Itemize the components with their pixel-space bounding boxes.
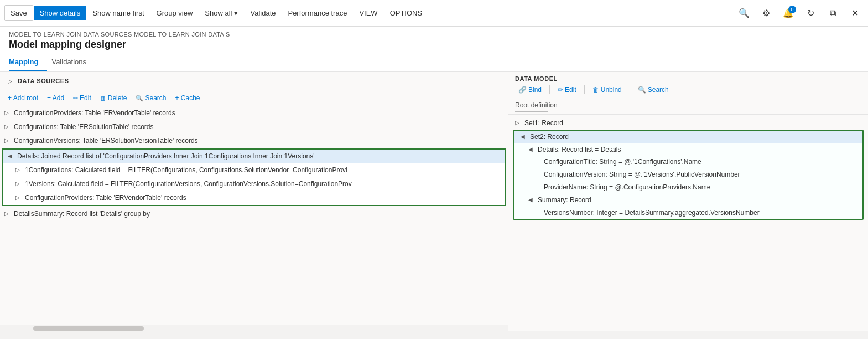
cache-button[interactable]: + Cache xyxy=(171,93,203,104)
left-panel: ▷ DATA SOURCES + Add root + Add ✏ Edit 🗑… xyxy=(0,72,508,331)
close-button[interactable]: ✕ xyxy=(846,4,864,22)
data-model-label: DATA MODEL xyxy=(515,75,861,82)
edit-dm-button[interactable]: ✏ Edit xyxy=(554,84,580,95)
expand-icon: ▷ xyxy=(15,194,23,202)
tree-item-text: 1Versions: Calculated field = FILTER(Con… xyxy=(25,179,500,189)
tree-item-text: Configurations: Table 'ERSolutionTable' … xyxy=(14,122,503,132)
link-icon: 🔗 xyxy=(518,86,527,94)
scrollbar-thumb[interactable] xyxy=(33,326,144,331)
separator xyxy=(630,85,630,94)
main-toolbar: Save Show details Show name first Group … xyxy=(0,0,868,27)
tree-item-config-providers-child[interactable]: ▷ ConfigurationProviders: Table 'ERVendo… xyxy=(11,191,505,205)
tree-item-text: Set2: Record xyxy=(530,132,569,142)
tree-item-text: DetailsSummary: Record list 'Details' gr… xyxy=(14,209,503,219)
collapse-icon: ◀ xyxy=(521,133,528,141)
main-content: ▷ DATA SOURCES + Add root + Add ✏ Edit 🗑… xyxy=(0,72,868,331)
root-definition: Root definition xyxy=(508,99,868,115)
page-title: Model mapping designer xyxy=(9,39,859,50)
dm-tree-item-set2[interactable]: ◀ Set2: Record xyxy=(514,131,862,143)
pencil-icon: ✏ xyxy=(73,95,78,102)
search-button[interactable]: 🔍 xyxy=(735,4,753,22)
unbind-button[interactable]: 🗑 Unbind xyxy=(589,84,625,95)
tree-item-text: VersionsNumber: Integer = DetailsSummary… xyxy=(544,208,760,218)
expand-icon: ▷ xyxy=(4,210,12,218)
tree-item-text: Set1: Record xyxy=(524,119,563,128)
expand-icon: ▷ xyxy=(4,109,12,117)
tree-item-text: 1Configurations: Calculated field = FILT… xyxy=(25,166,500,175)
tree-item-details-summary[interactable]: ▷ DetailsSummary: Record list 'Details' … xyxy=(0,207,508,221)
group-view-button[interactable]: Group view xyxy=(151,6,199,20)
collapse-icon: ◀ xyxy=(528,146,536,153)
view-button[interactable]: VIEW xyxy=(354,6,383,20)
dm-tree-item-provider-name[interactable]: ProviderName: String = @.ConfigurationPr… xyxy=(514,181,862,194)
data-model-tree: ▷ Set1: Record ◀ Set2: Record ◀ Details:… xyxy=(508,115,868,331)
add-button[interactable]: + Add xyxy=(44,93,67,104)
show-name-first-button[interactable]: Show name first xyxy=(87,6,149,20)
expand-icon: ▷ xyxy=(4,123,12,131)
edit-button[interactable]: ✏ Edit xyxy=(70,93,95,104)
data-sources-label: DATA SOURCES xyxy=(18,78,69,84)
separator xyxy=(549,85,550,94)
tree-item-configurations[interactable]: ▷ Configurations: Table 'ERSolutionTable… xyxy=(0,120,508,134)
expand-icon: ▷ xyxy=(15,166,23,174)
tree-item-text: ConfigurationVersions: Table 'ERSolution… xyxy=(14,136,503,146)
right-panel-highlighted-box: ◀ Set2: Record ◀ Details: Record list = … xyxy=(513,130,864,220)
tab-bar: Mapping Validations xyxy=(0,53,868,72)
separator xyxy=(584,85,585,94)
add-root-button[interactable]: + Add root xyxy=(4,93,41,104)
dm-tree-item-summary[interactable]: ◀ Summary: Record xyxy=(514,194,862,207)
page-header: MODEL TO LEARN JOIN DATA SOURCES MODEL T… xyxy=(0,27,868,53)
expand-icon: ▷ xyxy=(4,137,12,145)
notification-count: 0 xyxy=(788,6,796,13)
chevron-down-icon: ▾ xyxy=(234,9,238,17)
dm-tree-item-config-version[interactable]: ConfigurationVersion: String = @.'1Versi… xyxy=(514,168,862,181)
settings-icon-button[interactable]: ⚙ xyxy=(757,4,775,22)
tree-item-configuration-providers[interactable]: ▷ ConfigurationProviders: Table 'ERVendo… xyxy=(0,106,508,120)
bind-button[interactable]: 🔗 Bind xyxy=(515,84,545,95)
pencil-icon: ✏ xyxy=(558,86,563,94)
refresh-button[interactable]: ↻ xyxy=(802,4,819,22)
data-sources-toolbar: + Add root + Add ✏ Edit 🗑 Delete 🔍 Searc… xyxy=(0,90,508,106)
tree-item-text: ProviderName: String = @.ConfigurationPr… xyxy=(544,183,710,192)
options-button[interactable]: OPTIONS xyxy=(384,6,428,20)
save-button[interactable]: Save xyxy=(4,5,33,21)
trash-icon: 🗑 xyxy=(592,86,599,94)
trash-icon: 🗑 xyxy=(100,95,106,101)
restore-button[interactable]: ⧉ xyxy=(824,4,841,22)
tree-item-1configurations[interactable]: ▷ 1Configurations: Calculated field = FI… xyxy=(11,163,505,177)
collapse-icon: ◀ xyxy=(528,196,536,204)
tree-item-text: Details: Record list = Details xyxy=(538,145,621,155)
dm-tree-item-set1[interactable]: ▷ Set1: Record xyxy=(508,117,868,130)
data-model-toolbar: 🔗 Bind ✏ Edit 🗑 Unbind 🔍 Search xyxy=(515,84,861,95)
search-icon: 🔍 xyxy=(136,95,143,102)
dm-tree-item-details[interactable]: ◀ Details: Record list = Details xyxy=(514,143,862,156)
search-ds-button[interactable]: 🔍 Search xyxy=(132,93,169,104)
tab-mapping[interactable]: Mapping xyxy=(9,53,47,71)
tree-item-text: ConfigurationVersion: String = @.'1Versi… xyxy=(544,170,740,179)
tree-item-text: ConfigurationTitle: String = @.'1Configu… xyxy=(544,157,701,167)
tree-item-details[interactable]: ◀ Details: Joined Record list of 'Config… xyxy=(3,150,505,163)
search-icon: 🔍 xyxy=(638,86,646,94)
breadcrumb: MODEL TO LEARN JOIN DATA SOURCES MODEL T… xyxy=(9,31,859,38)
notification-badge: 🔔 0 xyxy=(779,4,797,22)
data-sources-header: ▷ DATA SOURCES xyxy=(0,72,508,90)
data-model-header: DATA MODEL 🔗 Bind ✏ Edit 🗑 Unbind xyxy=(508,72,868,99)
dm-tree-item-config-title[interactable]: ConfigurationTitle: String = @.'1Configu… xyxy=(514,156,862,168)
expand-icon: ▷ xyxy=(15,180,23,188)
show-details-button[interactable]: Show details xyxy=(34,6,86,20)
show-all-button[interactable]: Show all ▾ xyxy=(199,6,243,20)
tree-item-configuration-versions[interactable]: ▷ ConfigurationVersions: Table 'ERSoluti… xyxy=(0,134,508,148)
search-dm-button[interactable]: 🔍 Search xyxy=(635,84,672,95)
validate-button[interactable]: Validate xyxy=(245,6,281,20)
tree-item-1versions[interactable]: ▷ 1Versions: Calculated field = FILTER(C… xyxy=(11,177,505,191)
horizontal-scrollbar[interactable] xyxy=(0,325,508,331)
right-panel: DATA MODEL 🔗 Bind ✏ Edit 🗑 Unbind xyxy=(508,72,868,331)
collapse-icon: ◀ xyxy=(8,152,15,160)
dm-tree-item-versions-number[interactable]: VersionsNumber: Integer = DetailsSummary… xyxy=(514,207,862,219)
data-sources-tree: ▷ ConfigurationProviders: Table 'ERVendo… xyxy=(0,106,508,325)
data-sources-expand[interactable]: ▷ xyxy=(4,75,15,86)
performance-trace-button[interactable]: Performance trace xyxy=(282,6,352,20)
delete-button[interactable]: 🗑 Delete xyxy=(97,93,131,104)
root-def-line xyxy=(515,111,548,112)
tab-validations[interactable]: Validations xyxy=(51,53,95,71)
